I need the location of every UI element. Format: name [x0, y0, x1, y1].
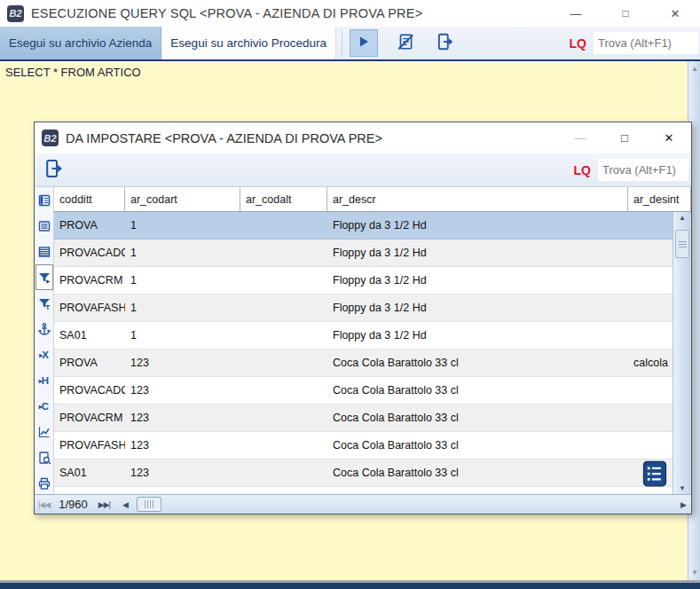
cell-ar_descr: Coca Cola Barattolo 33 cl: [327, 377, 628, 404]
edit-disabled-button[interactable]: [391, 27, 420, 59]
grid-vertical-scrollbar[interactable]: ▲ ▼: [672, 212, 691, 494]
svg-text:T: T: [45, 303, 50, 310]
child-titlebar: B2 DA IMPOSTARE <PROVA - AZIENDA DI PROV…: [35, 122, 691, 154]
cell-ar_codalt: [240, 377, 327, 404]
grid-list-menu-button[interactable]: [642, 460, 667, 487]
main-toolbar: Esegui su archivio Azienda Esegui su arc…: [0, 27, 700, 59]
minimize-button[interactable]: —: [551, 0, 601, 27]
cell-ar_desint: [628, 322, 672, 349]
cell-ar_descr: Floppy da 3 1/2 Hd: [327, 212, 628, 239]
cell-codditt: PROVA: [54, 349, 125, 376]
cell-ar_codart: 123: [125, 432, 240, 459]
run-query-button[interactable]: [350, 29, 378, 57]
cell-ar_codalt: [240, 212, 327, 239]
cell-ar_codart: 1: [125, 322, 240, 349]
cell-codditt: SA01: [54, 322, 125, 349]
filter-run-icon[interactable]: [35, 264, 53, 290]
app-window: B2 ESECUZIONE QUERY SQL <PROVA - AZIENDA…: [0, 0, 700, 589]
table-row[interactable]: PROVACRM1Floppy da 3 1/2 Hd: [54, 267, 672, 294]
grid-body: PROVA1Floppy da 3 1/2 HdPROVACADC1Floppy…: [54, 212, 672, 494]
delete-x-icon[interactable]: ▸X: [35, 342, 53, 367]
cell-ar_codalt: [240, 404, 327, 431]
cell-codditt: PROVA: [54, 487, 125, 494]
play-icon: [357, 35, 371, 52]
child-find-input[interactable]: [598, 159, 688, 181]
cell-ar_descr: Floppy da 3 1/2 Hd: [327, 294, 628, 321]
table-row[interactable]: SA01123Coca Cola Barattolo 33 cl: [54, 459, 672, 487]
chart-icon[interactable]: [35, 419, 53, 444]
grid-scroll-thumb[interactable]: [675, 230, 689, 258]
find-input[interactable]: [594, 32, 698, 54]
cell-codditt: PROVACADC: [54, 377, 125, 404]
cell-ar_codart: 123: [125, 404, 240, 431]
scroll-up-icon[interactable]: ▲: [691, 61, 698, 76]
child-maximize-button[interactable]: □: [602, 122, 647, 153]
list-view-icon[interactable]: [35, 213, 53, 239]
cell-ar_descr: Floppy da 3 1/2 Hd: [327, 267, 628, 294]
cell-ar_descr: Floppy da 3 1/2 Hd: [327, 322, 628, 349]
cell-codditt: PROVACRM: [54, 267, 125, 294]
close-button[interactable]: ✕: [650, 0, 700, 27]
preview-search-icon[interactable]: [35, 444, 53, 470]
scroll-down-icon[interactable]: ▼: [691, 565, 698, 580]
table-row[interactable]: PROVACRM123Coca Cola Barattolo 33 cl: [54, 404, 672, 432]
previous-record-button[interactable]: ◀: [122, 500, 128, 509]
exit-door-icon: [436, 32, 455, 55]
toolbar-gap: [385, 30, 386, 56]
table-row[interactable]: PROVACADC123Coca Cola Barattolo 33 cl: [54, 377, 672, 404]
cell-ar_descr: Coca Cola Barattolo 33 cl: [327, 349, 628, 376]
cell-ar_codalt: [240, 322, 327, 349]
anchor-icon[interactable]: [35, 316, 53, 342]
print-icon[interactable]: [35, 470, 53, 494]
window-bottom-bar: [0, 583, 700, 589]
table-row[interactable]: PROVA1Floppy da 3 1/2 Hd: [54, 212, 672, 240]
child-exit-button[interactable]: [40, 158, 68, 183]
last-record-button[interactable]: ▶▶|: [98, 500, 110, 509]
column-header-ar_codalt[interactable]: ar_codalt: [240, 187, 327, 211]
exit-button[interactable]: [431, 27, 460, 59]
grid-scroll-up-icon[interactable]: ▲: [673, 214, 691, 222]
table-row[interactable]: PROVAFASH123Coca Cola Barattolo 33 cl: [54, 432, 672, 459]
filter-text-icon[interactable]: T: [35, 290, 53, 316]
column-header-codditt[interactable]: codditt: [54, 187, 125, 211]
table-row[interactable]: PROVA123Coca Cola Barattolo 33 clcalcola: [54, 349, 672, 377]
column-header-ar_descr[interactable]: ar_descr: [327, 187, 628, 211]
child-minimize-button[interactable]: —: [558, 122, 602, 153]
cell-ar_codalt: [240, 240, 327, 266]
app-logo-icon: B2: [7, 5, 24, 22]
cell-ar_codalt: [240, 267, 327, 294]
cell-codditt: PROVAFASH: [54, 294, 125, 321]
cell-ar_descr: Floppy da 3 1/2 Hd: [327, 240, 628, 266]
table-row[interactable]: PROVAFASH1Floppy da 3 1/2 Hd: [54, 294, 672, 322]
column-header-ar_codart[interactable]: ar_codart: [125, 187, 240, 211]
table-row[interactable]: SA011Floppy da 3 1/2 Hd: [54, 322, 672, 349]
cell-codditt: SA01: [54, 459, 125, 486]
child-close-button[interactable]: ✕: [647, 122, 691, 153]
maximize-button[interactable]: □: [601, 0, 650, 27]
tab-esegui-azienda[interactable]: Esegui su archivio Azienda: [0, 27, 161, 59]
table-row[interactable]: PROVACADC1Floppy da 3 1/2 Hd: [54, 240, 672, 267]
cell-ar_codalt: [240, 459, 327, 486]
lq-label: LQ: [574, 163, 591, 177]
form-view-icon[interactable]: [35, 187, 53, 213]
cell-ar_codalt: [240, 432, 327, 459]
record-counter: 1/960: [59, 498, 88, 511]
table-row[interactable]: PROVA123_TESTCoca Cola Barattolo 33 cl: [54, 487, 672, 494]
cell-ar_descr: Coca Cola Barattolo 33 cl: [327, 432, 628, 459]
horizontal-scroll-thumb[interactable]: [137, 497, 161, 512]
header-h-icon[interactable]: ▸H: [35, 367, 53, 393]
cell-ar_descr: Coca Cola Barattolo 33 cl: [327, 487, 628, 494]
cell-ar_codart: 123: [125, 459, 240, 486]
cell-ar_codalt: [240, 487, 327, 494]
tab-esegui-procedura[interactable]: Esegui su archivio Procedura: [161, 27, 336, 59]
column-c-icon[interactable]: ▸C: [35, 393, 53, 419]
grid-scroll-down-icon[interactable]: ▼: [673, 484, 691, 492]
table-view-icon[interactable]: [35, 239, 53, 264]
next-record-button[interactable]: ▶: [680, 500, 686, 509]
child-window: B2 DA IMPOSTARE <PROVA - AZIENDA DI PROV…: [34, 122, 692, 514]
child-window-title: DA IMPOSTARE <PROVA - AZIENDA DI PROVA P…: [66, 131, 382, 145]
app-logo-icon: B2: [42, 130, 59, 146]
cell-ar_desint: [628, 240, 672, 266]
first-record-button[interactable]: |◀◀: [38, 500, 50, 509]
column-header-ar_desint[interactable]: ar_desint: [628, 187, 691, 211]
